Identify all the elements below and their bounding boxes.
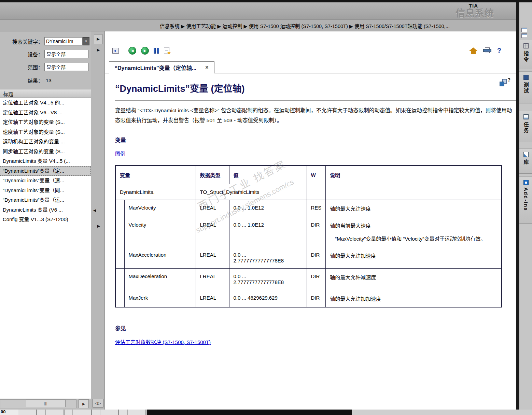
search-result-item[interactable]: DynamicLimits 变量 V4...5 (...	[0, 156, 91, 166]
chevron-down-icon: ▼	[85, 40, 88, 43]
breadcrumb-bar: 信息系统 ▶ 使用工艺功能 ▶ 运动控制 ▶ 使用 S7-1500 运动控制 (…	[0, 20, 516, 31]
struct-row: DynamicLimits.TO_Struct_DynamicLimits	[115, 184, 502, 200]
splitter-toggle-button[interactable]: ◁▷	[93, 399, 103, 407]
column-header-description: 说明	[326, 166, 502, 184]
back-button[interactable]: ◀	[128, 47, 136, 55]
tab-instructions[interactable]: 指令	[519, 40, 532, 69]
arrow-right-icon: ▶	[144, 49, 146, 53]
instructions-icon	[523, 43, 529, 48]
close-icon[interactable]: ×	[205, 65, 208, 71]
arrow-right-icon: ▶	[97, 48, 100, 52]
search-result-item[interactable]: 速度轴工艺对象的变量 (S...	[0, 127, 91, 137]
results-column-header[interactable]: 标题	[0, 89, 91, 98]
help-toolbar: ◄ ◀ ▶ ★	[105, 43, 516, 58]
information-system-logo: 信息系统	[456, 9, 494, 18]
libraries-icon	[523, 152, 529, 157]
keyword-dropdown-button[interactable]: ▼	[83, 37, 89, 45]
page-title: “DynamicLimits”变量 (定位轴)	[115, 81, 517, 95]
variables-heading: 变量	[115, 135, 517, 144]
search-result-item[interactable]: “DynamicLimits”变量（同...	[0, 186, 91, 196]
new-page-icon[interactable]: ★	[164, 47, 169, 54]
search-result-item[interactable]: “DynamicLimits”变量（运...	[0, 195, 91, 205]
tab-title: “DynamicLimits”变量（定位轴...	[115, 63, 196, 72]
variables-table-body: DynamicLimits.TO_Struct_DynamicLimitsMax…	[115, 184, 502, 307]
search-result-item[interactable]: 定位轴工艺对象的变量 (S...	[0, 117, 91, 127]
window-right-edge	[516, 2, 519, 415]
search-result-item[interactable]: “DynamicLimits”变量（定...	[0, 166, 91, 176]
tia-label: TIA	[456, 3, 478, 9]
splitter-right-arrow[interactable]: ▶	[96, 223, 101, 229]
testing-icon	[523, 75, 529, 80]
intro-paragraph: 变量结构 “<TO>.DynamicLimits.<变量名称>” 包含动态限制的…	[115, 106, 517, 125]
column-header-value: 值	[229, 166, 307, 184]
bottom-bar-clipped-text	[18, 410, 147, 415]
arrow-left-icon: ◀	[93, 208, 96, 213]
result-label: 结果：	[0, 77, 44, 84]
device-field[interactable]	[44, 50, 89, 58]
tab-testing[interactable]: 测试	[519, 71, 532, 103]
sidebar-horizontal-scrollbar: ||| ▶	[0, 399, 91, 408]
bottom-bar-fragment: 00	[0, 410, 18, 415]
breadcrumb[interactable]: 信息系统 ▶ 使用工艺功能 ▶ 运动控制 ▶ 使用 S7-1500 运动控制 (…	[160, 22, 450, 29]
help-article: ? “DynamicLimits”变量 (定位轴) 变量结构 “<TO>.Dyn…	[105, 74, 517, 410]
help-content-panel: ◄ ◀ ▶ ★	[104, 31, 516, 410]
arrows-horizontal-icon: ◁▷	[95, 401, 101, 405]
legend-link[interactable]: 图例	[115, 150, 125, 157]
column-header-variable: 变量	[115, 166, 196, 184]
search-result-item[interactable]: 定位轴工艺对象 V6...V8 ...	[0, 108, 91, 118]
information-system-window: TIA 信息系统 信息系统 ▶ 使用工艺功能 ▶ 运动控制 ▶ 使用 S7-15…	[0, 0, 532, 415]
document-tab[interactable]: “DynamicLimits”变量（定位轴... ×	[109, 61, 214, 73]
tab-addins[interactable]: Add-Ins	[519, 176, 532, 224]
arrow-right-icon: ▶	[97, 37, 99, 41]
help-button[interactable]: ?	[497, 47, 501, 55]
panel-splitter: ▶ ▶ ◀ ▶ ◁▷	[91, 31, 104, 410]
task-card-strip: 指令 测试 任务 库 Add-Ins	[519, 2, 532, 415]
arrow-left-icon: ◀	[131, 49, 134, 53]
toggle-contents-icon[interactable]: ◄	[112, 48, 119, 54]
search-result-item[interactable]: 同步轴工艺对象的变量 (S...	[0, 147, 91, 157]
tia-brand: TIA 信息系统	[456, 3, 494, 18]
title-header: TIA 信息系统	[0, 2, 516, 20]
pane-restore-icon[interactable]	[521, 33, 527, 38]
scroll-right-button[interactable]: ▶	[79, 399, 89, 408]
scrollbar-thumb[interactable]: |||	[26, 400, 66, 407]
search-result-item[interactable]: “DynamicLimits”变量（速...	[0, 176, 91, 186]
search-result-item[interactable]: Config 变量 V1...3 (S7-1200)	[0, 215, 91, 225]
results-list: 定位轴工艺对象 V4...5 的...定位轴工艺对象 V6...V8 ...定位…	[0, 98, 91, 399]
search-sidebar: 搜索关键字： ▼ 设备： 范围： 结果： 13 标题 定位轴工艺对象 V4...…	[0, 31, 91, 410]
home-button[interactable]	[469, 47, 477, 54]
collapse-panel-button[interactable]: ▶	[94, 34, 102, 44]
addins-icon	[523, 180, 529, 185]
expand-panel-button[interactable]: ▶	[96, 46, 101, 53]
variable-row: MaxVelocityLREAL0.0 ... 1.0E12RES轴的最大允许速…	[115, 200, 502, 217]
device-label: 设备：	[0, 51, 44, 58]
bottom-cutoff-bar: 00	[0, 410, 532, 415]
keyword-combobox: ▼	[44, 37, 89, 45]
arrow-right-icon: ▶	[82, 402, 85, 406]
variable-row: VelocityLREAL0.0 ... 1.0E12DIR轴的当前最大速度 “…	[115, 217, 502, 247]
variable-row: MaxAccelerationLREAL0.0 ... 2.7777777777…	[115, 247, 502, 269]
table-header-row: 变量 数据类型 值 W 说明	[115, 166, 502, 184]
pane-maximize-icon[interactable]	[521, 28, 527, 32]
search-result-item[interactable]: DynamicLimits 变量 (V6 ...	[0, 205, 91, 215]
scope-label: 范围：	[0, 63, 44, 71]
tasks-icon	[523, 114, 529, 119]
window-top-edge	[0, 0, 532, 2]
window-help-icon[interactable]: ?	[499, 78, 510, 87]
print-button[interactable]	[483, 47, 491, 54]
forward-button[interactable]: ▶	[141, 47, 149, 55]
scope-field[interactable]	[44, 63, 89, 71]
tab-tasks[interactable]: 任务	[519, 111, 532, 142]
tab-libraries[interactable]: 库	[519, 148, 532, 174]
search-result-item[interactable]: 定位轴工艺对象 V4...5 的...	[0, 98, 91, 108]
variable-row: MaxJerkLREAL0.0 ... 4629629.629DIR轴的最大允许…	[115, 290, 502, 307]
keyword-input[interactable]	[44, 37, 83, 45]
search-result-item[interactable]: 运动机构工艺对象的变量 ...	[0, 137, 91, 147]
pause-icon[interactable]	[154, 48, 159, 54]
variables-table: 变量 数据类型 值 W 说明 DynamicLimits.TO_Struct_D…	[115, 165, 502, 307]
document-tab-bar: “DynamicLimits”变量（定位轴... ×	[105, 61, 516, 73]
see-also-link[interactable]: 评估工艺对象数据块 (S7-1500, S7-1500T)	[115, 338, 211, 345]
home-icon	[469, 47, 477, 51]
variable-row: MaxDecelerationLREAL0.0 ... 2.7777777777…	[115, 269, 502, 290]
splitter-left-arrow[interactable]: ◀	[92, 207, 97, 214]
